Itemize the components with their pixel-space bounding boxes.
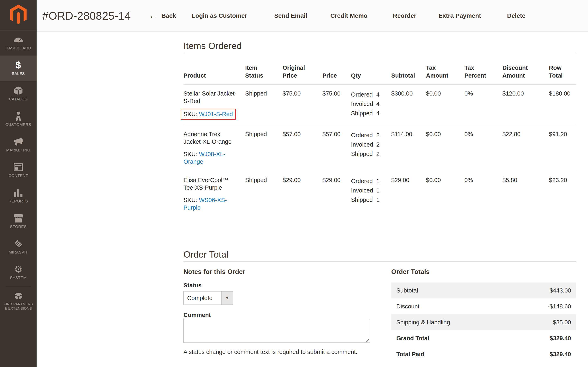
sku-prefix: SKU: <box>183 197 199 203</box>
total-label: Subtotal <box>396 287 418 294</box>
sidebar-item-label: STORES <box>10 225 26 229</box>
comment-label: Comment <box>183 312 211 318</box>
sidebar-item-find-partners[interactable]: FIND PARTNERS & EXTENSIONS <box>0 288 37 314</box>
qty-label: Ordered <box>351 176 373 186</box>
order-total-title: Order Total <box>183 250 576 260</box>
qty-label: Invoiced <box>351 186 373 195</box>
discount-amount-cell: $120.00 <box>503 90 549 120</box>
total-value: $443.00 <box>550 287 571 294</box>
col-discount-amount: Discount Amount <box>503 64 549 79</box>
qty-value: 4 <box>376 108 380 118</box>
qty-label: Shipped <box>351 108 373 118</box>
qty-label: Ordered <box>351 90 373 99</box>
comment-textarea[interactable] <box>183 319 370 343</box>
price-cell: $29.00 <box>322 176 351 211</box>
status-label: Status <box>183 282 202 289</box>
sidebar-item-label: FIND PARTNERS & EXTENSIONS <box>4 302 33 311</box>
total-row-shipping: Shipping & Handling $35.00 <box>391 314 576 330</box>
customers-icon <box>14 112 23 121</box>
order-page-header: #ORD-280825-14 ← Back Login as Customer … <box>37 0 588 32</box>
sidebar-item-marketing[interactable]: MARKETING <box>0 132 37 158</box>
discount-amount-cell: $5.80 <box>503 176 549 211</box>
total-row-subtotal: Subtotal $443.00 <box>391 283 576 298</box>
sidebar-item-customers[interactable]: CUSTOMERS <box>0 107 37 132</box>
notes-heading: Notes for this Order <box>183 268 245 275</box>
qty-label: Shipped <box>351 149 373 158</box>
subtotal-cell: $114.00 <box>391 130 426 166</box>
order-totals-heading: Order Totals <box>391 268 430 275</box>
total-value: $35.00 <box>553 319 571 326</box>
total-label: Total Paid <box>396 351 424 358</box>
item-status-cell: Shipped <box>245 90 282 120</box>
magento-order-view-page: DASHBOARD $ SALES CATALOG <box>0 0 588 367</box>
tax-amount-cell: $0.00 <box>426 90 464 120</box>
comment-note: A status change or comment text is requi… <box>183 349 357 355</box>
delete-button[interactable]: Delete <box>507 12 526 19</box>
subtotal-cell: $300.00 <box>391 90 426 120</box>
back-button-label: Back <box>162 12 176 19</box>
order-totals-table: Subtotal $443.00 Discount -$148.60 Shipp… <box>391 283 576 362</box>
sidebar-item-label: SYSTEM <box>10 275 27 280</box>
sidebar-item-mirasvit[interactable]: MIRASVIT <box>0 234 37 260</box>
send-email-button[interactable]: Send Email <box>274 12 307 19</box>
col-item-status: Item Status <box>245 64 282 79</box>
subtotal-cell: $29.00 <box>391 176 426 211</box>
status-select[interactable]: Complete ▼ <box>183 291 233 305</box>
total-row-grand-total: Grand Total $329.40 <box>391 330 576 346</box>
extra-payment-button[interactable]: Extra Payment <box>438 12 481 19</box>
total-label: Shipping & Handling <box>396 319 450 326</box>
dashboard-icon <box>13 35 24 44</box>
qty-label: Ordered <box>351 130 373 140</box>
credit-memo-button[interactable]: Credit Memo <box>330 12 367 19</box>
sidebar-item-label: MIRASVIT <box>9 250 28 255</box>
sidebar-item-sales[interactable]: $ SALES <box>0 56 37 81</box>
total-row-discount: Discount -$148.60 <box>391 298 576 314</box>
discount-amount-cell: $22.80 <box>503 130 549 166</box>
total-label: Discount <box>396 303 419 310</box>
sidebar-item-dashboard[interactable]: DASHBOARD <box>0 30 37 56</box>
magento-logo[interactable] <box>0 0 37 30</box>
reorder-button[interactable]: Reorder <box>393 12 416 19</box>
content-icon <box>14 163 23 172</box>
mirasvit-icon <box>14 239 23 248</box>
sidebar-item-catalog[interactable]: CATALOG <box>0 81 37 107</box>
stores-icon <box>14 214 23 223</box>
qty-value: 2 <box>376 130 380 140</box>
sku-line: SKU: WS06-XS- Purple <box>183 196 242 211</box>
reports-icon <box>14 188 23 197</box>
sidebar-item-reports[interactable]: REPORTS <box>0 183 37 209</box>
system-gear-icon: ⚙ <box>14 265 23 274</box>
status-select-value: Complete <box>184 292 222 305</box>
row-total-cell: $180.00 <box>549 90 576 120</box>
table-row: Stellar Solar Jacket- S-Red SKU: WJ01-S-… <box>183 84 576 125</box>
sku-highlight-box: SKU: WJ01-S-Red <box>181 109 236 120</box>
tax-amount-cell: $0.00 <box>426 130 464 166</box>
row-total-cell: $23.20 <box>549 176 576 211</box>
col-subtotal: Subtotal <box>391 72 426 79</box>
qty-value: 2 <box>376 149 380 158</box>
qty-value: 1 <box>376 186 380 195</box>
back-button[interactable]: ← Back <box>149 12 176 19</box>
extensions-brick-icon <box>14 291 23 300</box>
product-name: Adrienne Trek Jacket-XL-Orange <box>183 130 242 146</box>
sales-icon: $ <box>16 61 21 70</box>
sidebar-item-stores[interactable]: STORES <box>0 209 37 234</box>
col-price: Price <box>322 72 351 79</box>
tax-amount-cell: $0.00 <box>426 176 464 211</box>
qty-cell: Ordered1 Invoiced1 Shipped1 <box>351 176 391 211</box>
qty-value: 2 <box>376 140 380 149</box>
item-status-cell: Shipped <box>245 130 282 166</box>
sku-prefix: SKU: <box>183 111 199 117</box>
original-price-cell: $29.00 <box>282 176 322 211</box>
table-row: Elisa EverCool™ Tee-XS-Purple SKU: WS06-… <box>183 171 576 217</box>
login-as-customer-button[interactable]: Login as Customer <box>192 12 247 19</box>
section-divider <box>183 53 576 53</box>
order-total-section: Order Total Notes for this Order Status … <box>183 250 576 367</box>
back-arrow-icon: ← <box>149 13 157 19</box>
sidebar-item-content[interactable]: CONTENT <box>0 158 37 183</box>
sidebar-item-system[interactable]: ⚙ SYSTEM <box>0 260 37 285</box>
marketing-icon <box>14 137 23 146</box>
sidebar-item-label: DASHBOARD <box>6 46 31 50</box>
col-tax-amount: Tax Amount <box>426 64 464 79</box>
sku-link[interactable]: WJ01-S-Red <box>199 111 233 117</box>
